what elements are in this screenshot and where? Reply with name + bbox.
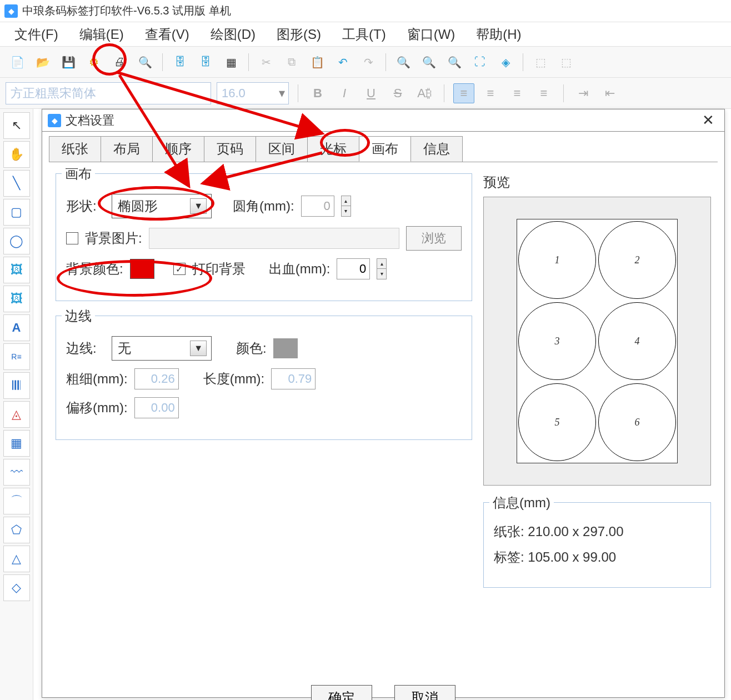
menu-help[interactable]: 帮助(H)	[467, 23, 530, 46]
text-tool-icon[interactable]: A	[3, 314, 30, 341]
print-preview-icon[interactable]: 🔍	[133, 51, 157, 74]
menu-view[interactable]: 查看(V)	[136, 23, 198, 46]
separator	[385, 53, 386, 71]
edge-color-swatch[interactable]	[273, 338, 298, 358]
curve-tool-icon[interactable]: 〰	[3, 459, 30, 486]
richtext-tool-icon[interactable]: R≡	[3, 343, 30, 370]
bg-color-swatch[interactable]	[130, 259, 154, 279]
database-icon[interactable]: 🗄	[168, 51, 192, 74]
polygon-tool-icon[interactable]: ⬠	[3, 517, 30, 543]
dialog-icon: ◆	[48, 114, 61, 127]
print-bg-checkbox[interactable]: ✓	[173, 263, 186, 275]
database-link-icon[interactable]: 🗄	[194, 51, 217, 74]
arc-tool-icon[interactable]: ⌒	[3, 488, 30, 514]
group-icon[interactable]: ⬚	[529, 51, 552, 74]
cut-icon[interactable]: ✂	[254, 51, 278, 74]
shape-tool-icon[interactable]: ◬	[3, 401, 30, 428]
zoom-out-icon[interactable]: 🔍	[417, 51, 440, 74]
italic-icon[interactable]: I	[334, 84, 355, 103]
font-select[interactable]: 方正粗黑宋简体	[6, 82, 211, 104]
tab-canvas[interactable]: 画布	[359, 136, 411, 162]
fit-icon[interactable]: ◈	[494, 51, 517, 74]
thick-label: 粗细(mm):	[66, 370, 128, 388]
main-toolbar: 📄 📂 💾 ⚙ 🖨 🔍 🗄 🗄 ▦ ✂ ⧉ 📋 ↶ ↷ 🔍 🔍 🔍 ⛶ ◈ ⬚ …	[0, 47, 731, 78]
barcode-tool-icon[interactable]: 𝄃𝄃𝄃	[3, 372, 30, 399]
outdent-icon[interactable]: ⇤	[599, 84, 620, 103]
preview-circle: 6	[598, 383, 676, 461]
open-icon[interactable]: 📂	[31, 51, 54, 74]
menu-edit[interactable]: 编辑(E)	[71, 23, 133, 46]
ellipse-tool-icon[interactable]: ◯	[3, 228, 30, 254]
tab-cursor[interactable]: 光标	[307, 136, 359, 162]
bleed-spinner[interactable]: ▴▾	[377, 258, 387, 279]
print-icon[interactable]: 🖨	[108, 51, 131, 74]
tab-layout[interactable]: 布局	[101, 136, 153, 162]
offset-input[interactable]	[134, 397, 179, 418]
zoom-icon[interactable]: 🔍	[443, 51, 466, 74]
align-justify-icon[interactable]: ≡	[533, 84, 554, 103]
length-input[interactable]	[271, 368, 316, 389]
image-tool-icon[interactable]: 🖼	[3, 257, 30, 283]
align-center-icon[interactable]: ≡	[480, 84, 501, 103]
settings-gear-icon[interactable]: ⚙	[82, 51, 106, 74]
info-legend: 信息(mm)	[489, 494, 554, 512]
undo-icon[interactable]: ↶	[331, 51, 354, 74]
dialog-title: 文档设置	[66, 112, 114, 129]
corner-input[interactable]	[301, 196, 334, 217]
select-tool-icon[interactable]: ↖	[3, 112, 30, 139]
bg-image-checkbox[interactable]	[66, 232, 78, 244]
indent-icon[interactable]: ⇥	[573, 84, 594, 103]
preview-circle: 4	[598, 302, 676, 380]
underline-icon[interactable]: U	[361, 84, 382, 103]
qr-tool-icon[interactable]: ▦	[3, 430, 30, 457]
edge-legend: 边线	[62, 307, 95, 325]
tab-paper[interactable]: 纸张	[49, 136, 101, 162]
new-doc-icon[interactable]: 📄	[6, 51, 29, 74]
bg-color-label: 背景颜色:	[66, 260, 123, 278]
tab-info[interactable]: 信息	[410, 136, 463, 162]
hand-tool-icon[interactable]: ✋	[3, 141, 30, 168]
edge-combo[interactable]: 无	[112, 336, 212, 361]
browse-button[interactable]: 浏览	[406, 226, 462, 251]
grid-icon[interactable]: ▦	[219, 51, 243, 74]
shape-combo[interactable]: 椭圆形	[112, 194, 212, 218]
save-icon[interactable]: 💾	[57, 51, 80, 74]
separator	[162, 53, 163, 71]
copy-icon[interactable]: ⧉	[280, 51, 303, 74]
line-tool-icon[interactable]: ╲	[3, 170, 30, 197]
align-left-icon[interactable]: ≡	[453, 83, 474, 103]
fontsize-select[interactable]: 16.0	[217, 82, 289, 104]
preview-circle: 2	[598, 221, 676, 299]
menu-window[interactable]: 窗口(W)	[398, 23, 464, 46]
redo-icon[interactable]: ↷	[357, 51, 380, 74]
bold-icon[interactable]: B	[307, 84, 328, 103]
cancel-button[interactable]: 取消	[394, 685, 455, 700]
image2-tool-icon[interactable]: 🖼	[3, 286, 30, 312]
rect-tool-icon[interactable]: ▢	[3, 199, 30, 226]
corner-spinner[interactable]: ▴▾	[341, 196, 351, 217]
align-right-icon[interactable]: ≡	[507, 84, 528, 103]
fit-width-icon[interactable]: ⛶	[468, 51, 492, 74]
close-icon[interactable]: ✕	[698, 112, 719, 129]
thick-input[interactable]	[134, 368, 179, 389]
menu-tool[interactable]: 工具(T)	[333, 23, 395, 46]
paste-icon[interactable]: 📋	[306, 51, 329, 74]
menu-draw[interactable]: 绘图(D)	[202, 23, 264, 46]
triangle-tool-icon[interactable]: △	[3, 546, 30, 572]
ungroup-icon[interactable]: ⬚	[554, 51, 578, 74]
ok-button[interactable]: 确定	[311, 685, 372, 700]
menu-file[interactable]: 文件(F)	[6, 23, 67, 46]
bleed-input[interactable]	[337, 258, 370, 279]
zoom-in-icon[interactable]: 🔍	[392, 51, 415, 74]
tab-order[interactable]: 顺序	[152, 136, 204, 162]
diamond-tool-icon[interactable]: ◇	[3, 574, 30, 601]
tab-range[interactable]: 区间	[256, 136, 308, 162]
tab-page[interactable]: 页码	[204, 136, 256, 162]
corner-label: 圆角(mm):	[233, 197, 294, 215]
menu-shape[interactable]: 图形(S)	[268, 23, 330, 46]
superscript-icon[interactable]: A₿	[414, 84, 435, 103]
bg-image-input[interactable]	[149, 228, 399, 249]
strike-icon[interactable]: S	[387, 84, 408, 103]
edge-color-label: 颜色:	[236, 339, 267, 357]
preview-box: 1 2 3 4 5 6	[483, 197, 711, 486]
